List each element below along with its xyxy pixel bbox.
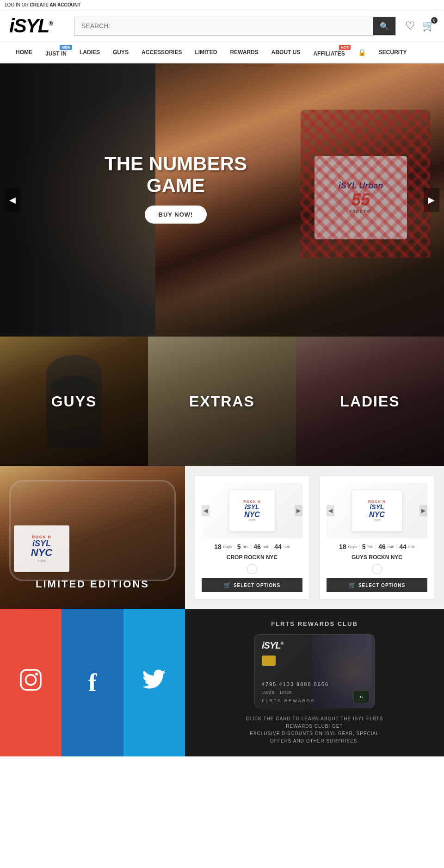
product-2-next[interactable]: ▶ — [419, 505, 427, 516]
top-bar: LOG IN OR CREATE AN ACCOUNT — [0, 0, 444, 10]
category-extras[interactable]: EXTRAS — [148, 337, 296, 466]
card-name: FLRTS REWARDS — [262, 699, 315, 703]
product-card-1: ◀ ROCK N iSYLNYC 2005 ▶ 18 days : 5 hrs … — [194, 475, 310, 599]
badge-hot: HOT — [339, 45, 351, 50]
cart-badge: 0 — [431, 17, 438, 24]
header-icons: ♡ 🛒 0 — [405, 19, 435, 32]
countdown-2: 18 days : 5 hrs : 46 min : 44 sec — [327, 543, 427, 550]
card-chip — [262, 656, 276, 666]
category-guys-overlay: GUYS — [0, 337, 148, 466]
twitter-link[interactable] — [123, 609, 185, 756]
main-nav: HOME JUST IN NEW LADIES GUYS ACCESSORIES… — [0, 42, 444, 63]
rewards-description: CLICK THE CARD TO LEARN ABOUT THE ISYL F… — [245, 715, 384, 745]
instagram-link[interactable] — [0, 609, 62, 756]
nav-just-in[interactable]: JUST IN NEW — [39, 42, 73, 62]
rewards-title: FLRTS REWARDS CLUB — [271, 620, 358, 627]
nav-ladies[interactable]: LADIES — [73, 44, 106, 61]
category-extras-overlay: EXTRAS — [148, 337, 296, 466]
product-2-prev[interactable]: ◀ — [327, 505, 334, 516]
nav-limited[interactable]: LIMITED — [188, 44, 223, 61]
search-button[interactable]: 🔍 — [373, 17, 395, 35]
limited-section: ROCK N iSYLNYC 2005 LIMITED EDITIONS ◀ R… — [0, 466, 444, 609]
hero-content: THE NUMBERS GAME BUY NOW! — [105, 153, 247, 223]
product-name-2: GUYS ROCKN NYC — [327, 554, 427, 561]
social-icons-panel: f — [0, 609, 185, 756]
category-extras-label: EXTRAS — [189, 393, 255, 410]
category-ladies-label: LADIES — [340, 393, 400, 410]
category-ladies-overlay: LADIES — [296, 337, 444, 466]
product-color-1[interactable] — [247, 564, 257, 574]
header: iSYL® 🔍 ♡ 🛒 0 — [0, 10, 444, 42]
limited-left-panel: ROCK N iSYLNYC 2005 LIMITED EDITIONS — [0, 466, 185, 609]
countdown-1: 18 days : 5 hrs : 46 min : 44 sec — [202, 543, 302, 550]
login-link[interactable]: LOG IN — [5, 2, 20, 7]
wishlist-icon[interactable]: ♡ — [405, 19, 415, 32]
nav-affiliates[interactable]: AFFILIATES HOT — [307, 42, 351, 62]
limited-editions-label: LIMITED EDITIONS — [0, 578, 185, 590]
product-image-1: ◀ ROCK N iSYLNYC 2005 ▶ — [202, 483, 302, 538]
hero-banner: iSYL Urban 55 ISEEYO ◀ THE NUMBERS GAME … — [0, 63, 444, 337]
hero-buy-button[interactable]: BUY NOW! — [145, 206, 207, 224]
top-bar-or: OR — [22, 2, 30, 7]
svg-point-1 — [26, 675, 36, 685]
category-guys[interactable]: GUYS — [0, 337, 148, 466]
card-expiry: 10/25 10/25 — [262, 690, 292, 695]
hero-prev-button[interactable]: ◀ — [5, 188, 20, 212]
category-grid: GUYS EXTRAS LADIES — [0, 337, 444, 466]
card-number: 4795 4133 9888 8656 — [262, 681, 329, 687]
search-bar: 🔍 — [74, 17, 396, 36]
product-card-2: ◀ ROCK N iSYLNYC 2005 ▶ 18 days : 5 hrs … — [319, 475, 435, 599]
category-guys-label: GUYS — [51, 393, 97, 410]
hero-next-button[interactable]: ▶ — [424, 188, 439, 212]
nav-guys[interactable]: GUYS — [106, 44, 135, 61]
facebook-link[interactable]: f — [62, 609, 123, 756]
badge-new: NEW — [60, 45, 72, 50]
product-image-2: ◀ ROCK N iSYLNYC 2005 ▶ — [327, 483, 427, 538]
svg-rect-0 — [21, 670, 41, 690]
select-options-2[interactable]: 🛒 SELECT OPTIONS — [327, 578, 427, 592]
card-logo: iSYL® — [262, 640, 283, 651]
nav-home[interactable]: HOME — [9, 44, 39, 61]
product-1-next[interactable]: ▶ — [295, 505, 302, 516]
nav-about-us[interactable]: ABOUT US — [265, 44, 307, 61]
create-account-link[interactable]: CREATE AN ACCOUNT — [30, 2, 80, 7]
search-input[interactable] — [74, 18, 373, 34]
product-color-2[interactable] — [372, 564, 382, 574]
rewards-card[interactable]: iSYL® 4795 4133 9888 8656 10/25 10/25 FL… — [254, 634, 375, 708]
svg-point-2 — [35, 673, 38, 675]
limited-right-panel: ◀ ROCK N iSYLNYC 2005 ▶ 18 days : 5 hrs … — [185, 466, 444, 609]
nav-security[interactable]: SECURITY — [372, 44, 413, 61]
hero-title: THE NUMBERS GAME — [105, 153, 247, 196]
select-options-1[interactable]: 🛒 SELECT OPTIONS — [202, 578, 302, 592]
cart-icon[interactable]: 🛒 0 — [422, 20, 435, 32]
bottom-section: f FLRTS REWARDS CLUB iSYL® — [0, 609, 444, 756]
nav-rewards[interactable]: REWARDS — [223, 44, 265, 61]
instagram-icon — [18, 667, 43, 698]
category-ladies[interactable]: LADIES — [296, 337, 444, 466]
logo: iSYL® — [9, 15, 65, 37]
facebook-icon: f — [88, 670, 97, 695]
nav-lock-icon[interactable]: 🔒 — [352, 43, 372, 62]
product-1-prev[interactable]: ◀ — [202, 505, 210, 516]
rewards-panel: FLRTS REWARDS CLUB iSYL® 4795 4133 9888 … — [185, 609, 444, 756]
twitter-icon — [142, 667, 167, 698]
product-name-1: CROP ROCKN NYC — [202, 554, 302, 561]
nav-accessories[interactable]: ACCESSORIES — [135, 44, 188, 61]
